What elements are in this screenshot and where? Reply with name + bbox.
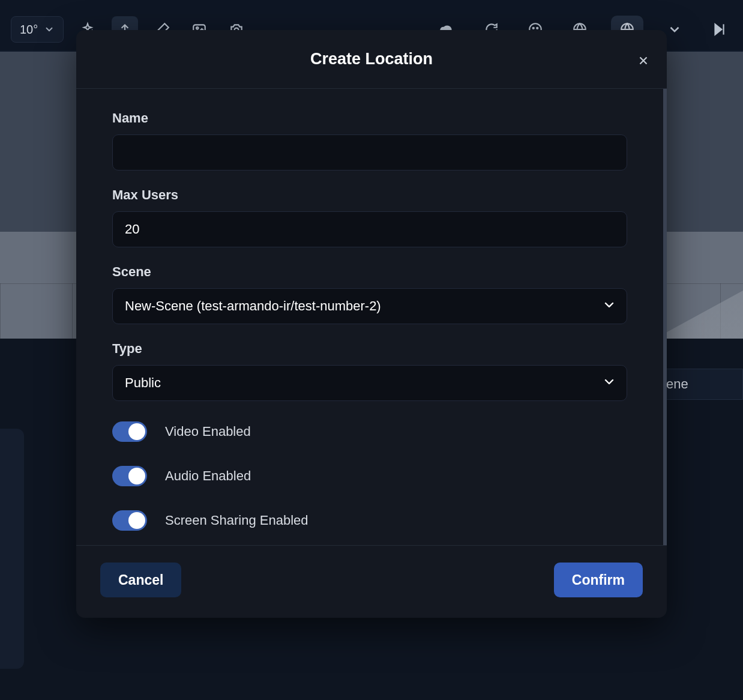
modal-overlay: Create Location Name Max Users Scene (0, 0, 743, 700)
toggle-label: Video Enabled (165, 424, 251, 439)
screen-sharing-toggle[interactable] (112, 510, 147, 531)
field-label: Name (112, 110, 627, 126)
field-max-users: Max Users (112, 187, 627, 247)
video-toggle[interactable] (112, 421, 147, 442)
field-label: Scene (112, 264, 627, 280)
field-label: Type (112, 341, 627, 357)
close-button[interactable] (634, 52, 652, 70)
field-type: Type (112, 341, 627, 401)
max-users-input[interactable] (112, 211, 627, 247)
field-scene: Scene (112, 264, 627, 324)
close-icon (637, 54, 650, 67)
modal-body: Name Max Users Scene Type (76, 89, 667, 545)
toggle-screen-sharing: Screen Sharing Enabled (112, 507, 627, 534)
field-label: Max Users (112, 187, 627, 203)
modal-title: Create Location (310, 50, 433, 68)
cancel-button[interactable]: Cancel (100, 563, 181, 597)
name-input[interactable] (112, 134, 627, 170)
type-select[interactable] (112, 365, 627, 401)
toggle-label: Audio Enabled (165, 468, 251, 484)
toggle-label: Screen Sharing Enabled (165, 513, 308, 528)
create-location-modal: Create Location Name Max Users Scene (76, 30, 667, 618)
audio-toggle[interactable] (112, 466, 147, 486)
toggle-video: Video Enabled (112, 418, 627, 445)
confirm-button[interactable]: Confirm (554, 563, 643, 597)
modal-header: Create Location (76, 30, 667, 89)
field-name: Name (112, 110, 627, 170)
toggle-audio: Audio Enabled (112, 462, 627, 490)
modal-footer: Cancel Confirm (76, 545, 667, 618)
scene-select[interactable] (112, 288, 627, 324)
